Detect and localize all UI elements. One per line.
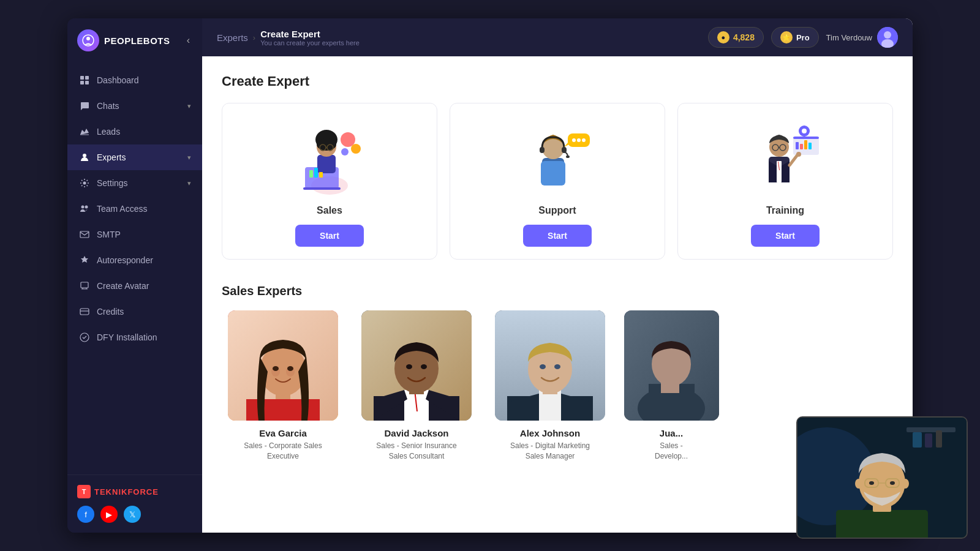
team-access-icon bbox=[78, 203, 91, 215]
sales-start-button[interactable]: Start bbox=[295, 225, 364, 247]
svg-rect-56 bbox=[809, 143, 812, 149]
svg-rect-95 bbox=[907, 427, 956, 432]
user-name: Tim Verdouw bbox=[826, 33, 872, 42]
sales-experts-title: Sales Experts bbox=[222, 284, 893, 298]
svg-point-109 bbox=[890, 481, 895, 485]
svg-rect-13 bbox=[80, 309, 89, 315]
svg-point-29 bbox=[341, 132, 355, 147]
expert-card-alex-johnson: Alex Johnson Sales - Digital Marketing S… bbox=[489, 310, 611, 462]
sidebar-footer: T TEKNIKFORCE f ▶ 𝕏 bbox=[67, 474, 202, 533]
topbar-right: ● 4,828 ⭐ Pro Tim Verdouw bbox=[708, 27, 898, 48]
svg-rect-63 bbox=[799, 130, 801, 132]
training-type-label: Training bbox=[766, 205, 804, 216]
app-window: PEOPLEBOTS ‹ Dashboard Chats ▾ bbox=[67, 18, 913, 533]
svg-rect-52 bbox=[793, 137, 819, 139]
sidebar-item-smtp[interactable]: SMTP bbox=[67, 222, 202, 247]
svg-point-72 bbox=[273, 366, 279, 371]
breadcrumb-parent[interactable]: Experts bbox=[217, 32, 248, 43]
svg-point-42 bbox=[572, 138, 576, 142]
training-start-button[interactable]: Start bbox=[751, 225, 820, 247]
svg-rect-53 bbox=[796, 142, 799, 149]
expert-type-card-support[interactable]: Support Start bbox=[450, 103, 665, 260]
settings-icon bbox=[78, 177, 91, 189]
dashboard-icon bbox=[78, 74, 91, 86]
sidebar-item-label: SMTP bbox=[97, 230, 121, 239]
svg-rect-97 bbox=[925, 433, 932, 448]
svg-rect-34 bbox=[319, 172, 323, 178]
sidebar-item-dashboard[interactable]: Dashboard bbox=[67, 67, 202, 93]
svg-point-87 bbox=[554, 364, 560, 369]
sidebar-item-chats[interactable]: Chats ▾ bbox=[67, 93, 202, 119]
support-start-button[interactable]: Start bbox=[523, 225, 592, 247]
expert-name-eva: Eva Garcia bbox=[259, 428, 307, 438]
pro-label: Pro bbox=[796, 33, 810, 42]
svg-rect-4 bbox=[80, 81, 84, 84]
expert-name-partial: Jua... bbox=[660, 428, 683, 438]
expert-type-grid: Sales Start bbox=[222, 103, 893, 260]
sidebar-item-autoresponder[interactable]: Autoresponder bbox=[67, 247, 202, 273]
expert-name-david: David Jackson bbox=[384, 428, 448, 438]
sidebar-item-dfy-installation[interactable]: DFY Installation bbox=[67, 324, 202, 350]
sidebar-item-label: Credits bbox=[97, 307, 124, 317]
svg-rect-21 bbox=[303, 187, 341, 190]
svg-point-15 bbox=[80, 333, 89, 342]
expert-role-eva: Sales - Corporate Sales Executive bbox=[244, 441, 322, 462]
svg-rect-55 bbox=[804, 140, 807, 149]
expert-avatar-eva bbox=[228, 310, 338, 421]
expert-type-card-training[interactable]: Training Start bbox=[677, 103, 893, 260]
chats-icon bbox=[78, 100, 91, 112]
teknikforce-icon: T bbox=[77, 485, 91, 498]
expert-role-partial: Sales -Develop... bbox=[655, 441, 688, 462]
svg-rect-62 bbox=[804, 134, 805, 137]
sidebar-navigation: Dashboard Chats ▾ Leads bbox=[67, 62, 202, 474]
dfy-installation-icon bbox=[78, 331, 91, 343]
svg-point-1 bbox=[86, 37, 90, 40]
svg-rect-40 bbox=[566, 156, 570, 158]
sidebar-item-team-access[interactable]: Team Access bbox=[67, 196, 202, 222]
pro-icon: ⭐ bbox=[780, 31, 793, 43]
breadcrumb-subtitle: You can create your experts here bbox=[260, 39, 360, 47]
sidebar-item-settings[interactable]: Settings ▾ bbox=[67, 170, 202, 196]
autoresponder-icon bbox=[78, 254, 91, 266]
svg-point-79 bbox=[406, 364, 412, 369]
twitter-icon[interactable]: 𝕏 bbox=[124, 506, 141, 523]
support-illustration bbox=[514, 118, 600, 198]
leads-icon bbox=[78, 126, 91, 138]
svg-rect-32 bbox=[309, 170, 313, 178]
create-avatar-icon bbox=[78, 280, 91, 292]
pro-badge: ⭐ Pro bbox=[771, 27, 819, 48]
sidebar-item-create-avatar[interactable]: Create Avatar bbox=[67, 273, 202, 299]
credits-badge: ● 4,828 bbox=[708, 27, 764, 48]
svg-rect-33 bbox=[314, 168, 318, 178]
sidebar-item-experts[interactable]: Experts ▾ bbox=[67, 144, 202, 170]
experts-icon bbox=[78, 151, 91, 163]
svg-point-7 bbox=[83, 154, 86, 157]
svg-rect-12 bbox=[81, 282, 88, 288]
credits-amount: 4,828 bbox=[733, 32, 755, 42]
svg-point-43 bbox=[577, 138, 581, 142]
facebook-icon[interactable]: f bbox=[77, 506, 94, 523]
svg-rect-5 bbox=[85, 81, 89, 84]
svg-line-57 bbox=[790, 155, 797, 165]
svg-rect-64 bbox=[807, 130, 810, 132]
svg-rect-100 bbox=[836, 510, 928, 538]
svg-rect-11 bbox=[80, 231, 89, 238]
video-content bbox=[797, 418, 967, 538]
expert-type-card-sales[interactable]: Sales Start bbox=[222, 103, 437, 260]
user-info: Tim Verdouw bbox=[826, 27, 898, 48]
sidebar-item-label: Dashboard bbox=[97, 75, 139, 85]
expert-avatar-david bbox=[361, 310, 472, 421]
sidebar-logo: PEOPLEBOTS ‹ bbox=[67, 18, 202, 62]
sales-illustration bbox=[287, 118, 372, 198]
expert-card-david-jackson: David Jackson Sales - Senior Insurance S… bbox=[355, 310, 478, 462]
svg-point-9 bbox=[81, 206, 85, 209]
sidebar-collapse-button[interactable]: ‹ bbox=[184, 32, 192, 48]
youtube-icon[interactable]: ▶ bbox=[100, 506, 118, 523]
svg-rect-36 bbox=[541, 161, 565, 186]
sales-type-label: Sales bbox=[317, 205, 342, 216]
teknikforce-brand: T TEKNIKFORCE bbox=[77, 485, 192, 498]
avatar bbox=[877, 27, 898, 48]
sidebar-item-leads[interactable]: Leads bbox=[67, 119, 202, 144]
sidebar-item-credits[interactable]: Credits bbox=[67, 299, 202, 324]
sidebar-item-label: Autoresponder bbox=[97, 255, 153, 265]
